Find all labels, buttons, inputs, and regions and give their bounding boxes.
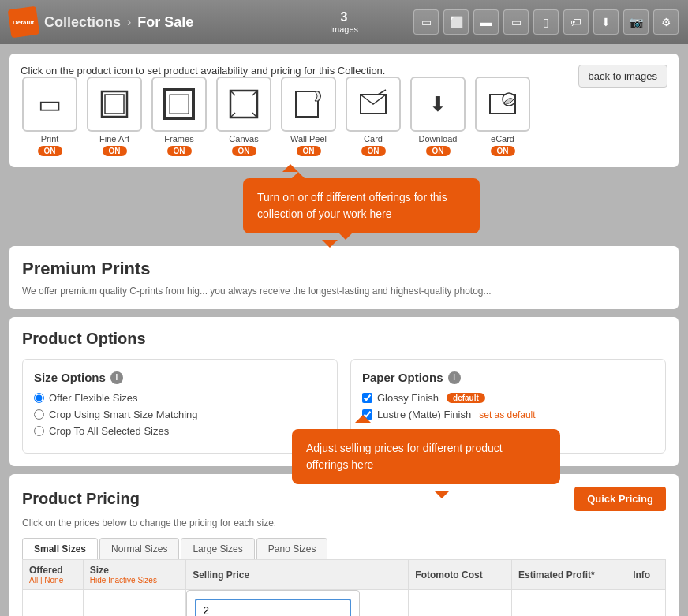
th-offered: Offered All | None <box>23 560 84 590</box>
selling-price-popup: OK Cancel <box>186 590 360 616</box>
size-info-icon[interactable]: i <box>110 371 123 384</box>
default-badge: Default <box>8 6 40 39</box>
card-icon[interactable] <box>346 77 401 132</box>
product-item-wallpeel[interactable]: Wall Peel ON <box>279 77 338 156</box>
selling-price-input[interactable] <box>195 599 351 616</box>
print-toggle[interactable]: ON <box>38 146 62 156</box>
paper-info-icon[interactable]: i <box>448 371 461 384</box>
frames-toggle[interactable]: ON <box>167 146 192 156</box>
tab-pano-sizes[interactable]: Pano Sizes <box>256 538 328 559</box>
panel-instruction: Click on the product icon to set product… <box>21 65 385 77</box>
camera-icon-btn[interactable]: 📷 <box>623 9 649 35</box>
th-estimated-profit: Estimated Profit* <box>511 560 626 590</box>
size-tabs: Small Sizes Normal Sizes Large Sizes Pan… <box>22 538 666 559</box>
pricing-header: Product Pricing Quick Pricing <box>22 487 666 511</box>
wallpeel-label: Wall Peel <box>290 134 327 144</box>
table-header-row: Offered All | None Size Hide Inactive Si… <box>23 560 666 590</box>
product-item-print[interactable]: ▭ Print ON <box>21 77 79 156</box>
all-link[interactable]: All <box>29 576 38 584</box>
flexible-sizes-option[interactable]: Offer Flexible Sizes <box>34 392 326 404</box>
product-options-title: Product Options <box>22 330 666 348</box>
portrait-icon-btn[interactable]: ▯ <box>533 9 559 35</box>
frames-label: Frames <box>164 134 193 144</box>
square-icon-btn[interactable]: ▭ <box>413 9 439 35</box>
canvas-icon[interactable] <box>216 77 271 132</box>
smart-size-option[interactable]: Crop Using Smart Size Matching <box>34 409 326 420</box>
wide-icon-btn[interactable]: ▭ <box>503 9 529 35</box>
offered-cell-1 <box>23 590 84 617</box>
image-count: 3 Images <box>330 10 358 34</box>
svg-rect-0 <box>102 91 127 117</box>
pricing-title: Product Pricing <box>22 490 140 508</box>
profit-cell-1: US$1.11 <box>511 590 626 617</box>
fineart-icon[interactable] <box>87 77 142 132</box>
selling-price-cell-1[interactable]: OK Cancel <box>186 590 409 617</box>
set-as-default-link[interactable]: set as default <box>479 409 535 420</box>
th-size: Size Hide Inactive Sizes <box>83 560 185 590</box>
rect-icon-btn[interactable]: ▬ <box>473 9 499 35</box>
tab-large-sizes[interactable]: Large Sizes <box>181 538 254 559</box>
canvas-label: Canvas <box>229 134 258 144</box>
hide-inactive-link[interactable]: Hide Inactive Sizes <box>90 576 157 584</box>
frames-icon[interactable] <box>151 77 207 132</box>
wallpeel-icon[interactable] <box>281 77 336 132</box>
tooltip-adjust-prices: Adjust selling prices for different prod… <box>292 429 560 484</box>
fineart-toggle[interactable]: ON <box>103 146 127 156</box>
tag-icon-btn[interactable]: 🏷 <box>563 9 589 35</box>
forsale-label: For Sale <box>137 14 193 31</box>
ecard-toggle[interactable]: ON <box>491 146 515 156</box>
product-icons-panel: Click on the product icon to set product… <box>9 54 679 167</box>
wallpeel-toggle[interactable]: ON <box>297 146 321 156</box>
glossy-checkbox[interactable] <box>362 393 372 403</box>
product-item-canvas[interactable]: Canvas ON <box>215 77 273 156</box>
pricing-table: Offered All | None Size Hide Inactive Si… <box>22 559 666 616</box>
svg-rect-9 <box>296 91 318 117</box>
card-toggle[interactable]: ON <box>361 146 386 156</box>
th-selling-price: Selling Price <box>186 560 409 590</box>
svg-rect-3 <box>170 95 189 114</box>
product-item-ecard[interactable]: eCard ON <box>473 77 532 156</box>
product-item-frames[interactable]: Frames ON <box>150 77 208 156</box>
default-badge-glossy: default <box>447 393 485 403</box>
print-label: Print <box>41 134 59 144</box>
product-item-download[interactable]: ⬇ Download ON <box>409 77 467 156</box>
premium-prints-section: Premium Prints We offer premium quality … <box>9 246 679 309</box>
collections-link[interactable]: Collections <box>44 14 121 31</box>
table-row: 4"x6" OK Cancel US$0.45 US$1.11 <box>23 590 666 617</box>
product-item-card[interactable]: Card ON <box>344 77 402 156</box>
pricing-desc: Click on the prices below to change the … <box>22 517 666 528</box>
size-options-title: Size Options i <box>34 371 326 384</box>
th-fotomoto-cost: Fotomoto Cost <box>409 560 512 590</box>
gear-icon-btn[interactable]: ⚙ <box>653 9 679 35</box>
ecard-label: eCard <box>491 134 514 144</box>
tab-small-sizes[interactable]: Small Sizes <box>22 538 98 559</box>
fineart-label: Fine Art <box>99 134 129 144</box>
frame-icon-btn[interactable]: ⬜ <box>443 9 469 35</box>
download-icon-btn[interactable]: ⬇ <box>593 9 619 35</box>
print-icon[interactable]: ▭ <box>22 77 77 132</box>
size-cell-1: 4"x6" <box>83 590 185 617</box>
header-toolbar: ▭ ⬜ ▬ ▭ ▯ 🏷 ⬇ 📷 ⚙ <box>413 9 679 35</box>
none-link[interactable]: None <box>44 576 63 584</box>
product-icons-list: ▭ Print ON Fine Art ON Frames ON <box>21 77 667 156</box>
svg-rect-2 <box>165 90 193 118</box>
svg-rect-1 <box>105 95 124 114</box>
size-options-box: Size Options i Offer Flexible Sizes Crop… <box>22 359 338 454</box>
header: Default Collections › For Sale 3 Images … <box>0 0 688 44</box>
download-toggle[interactable]: ON <box>426 146 451 156</box>
breadcrumb-arrow: › <box>127 15 131 29</box>
cost-cell-1: US$0.45 <box>409 590 512 617</box>
product-item-fineart[interactable]: Fine Art ON <box>85 77 144 156</box>
all-sizes-option[interactable]: Crop To All Selected Sizes <box>34 425 326 437</box>
download-icon[interactable]: ⬇ <box>410 77 466 132</box>
canvas-toggle[interactable]: ON <box>232 146 256 156</box>
product-pricing-section: Product Pricing Quick Pricing Click on t… <box>9 474 679 616</box>
download-label: Download <box>419 134 458 144</box>
premium-prints-desc: We offer premium quality C-prints from h… <box>22 286 666 297</box>
tab-normal-sizes[interactable]: Normal Sizes <box>99 538 179 559</box>
ecard-icon[interactable] <box>475 77 530 132</box>
th-info: Info <box>626 560 666 590</box>
glossy-finish-option: Glossy Finish default <box>362 392 654 404</box>
back-to-images-button[interactable]: back to images <box>578 65 667 88</box>
quick-pricing-button[interactable]: Quick Pricing <box>574 487 666 511</box>
